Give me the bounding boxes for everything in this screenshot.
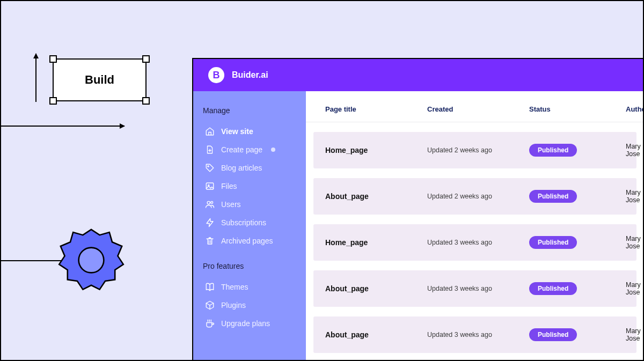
svg-point-3: [208, 185, 209, 186]
trash-icon: [205, 236, 215, 246]
svg-point-4: [207, 201, 210, 204]
main-content: Page title Created Status Author Home_pa…: [306, 91, 644, 361]
sidebar-item-subscriptions[interactable]: Subscriptions: [203, 213, 296, 232]
build-frame: Build: [53, 58, 147, 101]
cell-created: Updated 2 weeks ago: [427, 146, 529, 154]
cell-author: Mary Jose: [626, 143, 641, 158]
book-icon: [205, 282, 215, 292]
sidebar-item-label: Create page: [221, 145, 262, 154]
cell-created: Updated 3 weeks ago: [427, 239, 529, 246]
col-created: Created: [427, 105, 529, 113]
tag-icon: [205, 163, 215, 173]
sidebar-item-label: Themes: [221, 283, 248, 291]
coffee-icon: [205, 319, 215, 328]
app-logo-icon: B: [208, 67, 224, 83]
status-badge: Published: [529, 190, 577, 203]
svg-point-1: [208, 166, 209, 167]
resize-handle-tl-icon: [49, 55, 57, 63]
arrow-up-icon: [35, 54, 36, 102]
svg-rect-2: [206, 183, 214, 189]
cell-created: Updated 2 weeks ago: [427, 193, 529, 200]
resize-handle-tr-icon: [142, 55, 150, 63]
sidebar-section-pro: Pro features: [203, 262, 296, 270]
sidebar-item-view-site[interactable]: View site: [203, 122, 296, 141]
resize-handle-bl-icon: [49, 97, 57, 105]
status-badge: Published: [529, 282, 577, 295]
cell-created: Updated 3 weeks ago: [427, 285, 529, 292]
cell-page-title: About_page: [325, 284, 427, 293]
sidebar-item-label: Users: [221, 200, 241, 209]
sidebar-item-create-page[interactable]: Create page: [203, 141, 296, 159]
sidebar-item-label: Subscriptions: [221, 218, 266, 227]
sidebar-item-label: Archived pages: [221, 237, 273, 245]
cell-page-title: About_page: [325, 192, 427, 201]
sidebar-item-blog-articles[interactable]: Blog articles: [203, 159, 296, 177]
cube-icon: [205, 300, 215, 310]
sidebar-item-users[interactable]: Users: [203, 195, 296, 213]
svg-point-0: [79, 248, 104, 273]
arrow-right-icon: [1, 126, 125, 127]
home-icon: [205, 127, 215, 136]
cell-author: Mary Jose: [626, 281, 641, 296]
resize-handle-br-icon: [142, 97, 150, 105]
sidebar-item-upgrade-plans[interactable]: Upgrade plans: [203, 314, 296, 333]
users-icon: [205, 200, 215, 209]
cell-page-title: Home_page: [325, 146, 427, 154]
table-row[interactable]: Home_page Updated 2 weeks ago Published …: [313, 132, 636, 168]
status-badge: Published: [529, 144, 577, 157]
bolt-icon: [205, 218, 215, 227]
col-status: Status: [529, 105, 626, 113]
file-plus-icon: [205, 145, 215, 154]
cell-author: Mary Jose: [626, 235, 641, 250]
sidebar-item-label: View site: [221, 127, 253, 136]
col-author: Author: [626, 105, 644, 113]
col-page-title: Page title: [325, 105, 427, 113]
sidebar-item-archived-pages[interactable]: Archived pages: [203, 232, 296, 250]
table-row[interactable]: Home_page Updated 3 weeks ago Published …: [313, 224, 636, 261]
cell-author: Mary Jose: [626, 189, 641, 204]
notification-dot-icon: [271, 148, 275, 152]
sidebar-item-label: Upgrade plans: [221, 319, 270, 328]
sidebar: Manage View site Create page Blog articl…: [193, 91, 306, 361]
cell-page-title: About_page: [325, 330, 427, 339]
sidebar-item-label: Files: [221, 182, 237, 190]
sidebar-item-label: Blog articles: [221, 164, 262, 172]
sidebar-item-plugins[interactable]: Plugins: [203, 296, 296, 314]
image-icon: [205, 181, 215, 191]
sidebar-item-themes[interactable]: Themes: [203, 278, 296, 296]
titlebar: B Buider.ai: [193, 59, 644, 91]
table-row[interactable]: About_page Updated 3 weeks ago Published…: [313, 270, 636, 307]
status-badge: Published: [529, 328, 577, 341]
cell-author: Mary Jose: [626, 327, 641, 342]
sidebar-item-label: Plugins: [221, 301, 246, 310]
table-rows: Home_page Updated 2 weeks ago Published …: [306, 122, 644, 353]
svg-point-5: [211, 201, 213, 203]
app-window: B Buider.ai Manage View site Create page…: [192, 58, 644, 361]
table-header: Page title Created Status Author: [306, 91, 644, 122]
sidebar-item-files[interactable]: Files: [203, 177, 296, 195]
gear-icon: [56, 225, 126, 295]
build-frame-label: Build: [85, 73, 114, 87]
app-name: Buider.ai: [232, 70, 268, 80]
status-badge: Published: [529, 236, 577, 249]
table-row[interactable]: About_page Updated 3 weeks ago Published…: [313, 316, 636, 353]
sidebar-section-manage: Manage: [203, 106, 296, 115]
table-row[interactable]: About_page Updated 2 weeks ago Published…: [313, 178, 636, 215]
cell-page-title: Home_page: [325, 238, 427, 247]
cell-created: Updated 3 weeks ago: [427, 331, 529, 338]
